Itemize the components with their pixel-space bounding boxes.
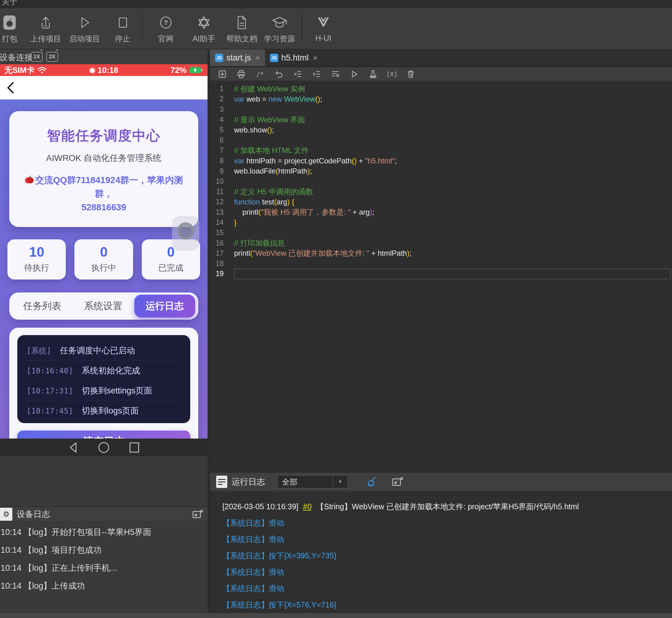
ai-assistant-button[interactable]: AI助手 [192, 14, 215, 44]
location-dot-icon: ◉ [89, 66, 95, 74]
run-log-sys-entries: 【系统日志】滑动【系统日志】滑动【系统日志】按下{X=395,Y=735}【系统… [222, 515, 672, 613]
app-log-row: [10:16:40]系统初始化完成 [26, 361, 181, 381]
device-panel: 设备连接 1X 2X 无SIM卡 ◉ 10:18 72% [0, 49, 208, 618]
package-button[interactable]: 打包 [2, 14, 17, 44]
menu-about[interactable]: 关于 [2, 0, 17, 7]
code-line[interactable]: 5web.show(); [210, 125, 672, 135]
bottom-scrollbar[interactable] [0, 613, 672, 618]
code-line[interactable]: 16// 打印加载信息 [210, 238, 672, 248]
code-line[interactable]: 10 [210, 176, 672, 187]
editor-tab-bar: JS start.js × JS h5.html × [210, 49, 672, 67]
test-flask-icon[interactable] [368, 69, 378, 79]
tab-run-logs[interactable]: 运行日志 [134, 295, 195, 317]
app-tab-bar: 任务列表 系统设置 运行日志 [9, 293, 198, 320]
undo-icon[interactable] [274, 69, 284, 79]
main-toolbar: 打包 上传项目 启动项目 停止 ? 官网 [0, 9, 672, 49]
hui-logo-icon [315, 14, 331, 31]
indent-icon[interactable] [312, 69, 322, 79]
app-subtitle: AIWROK 自动化任务管理系统 [17, 152, 190, 164]
panel-divider[interactable] [208, 49, 210, 618]
run-log-header: 运行日志 全部 ▼ [210, 472, 672, 491]
code-line[interactable]: 4// 显示 WebView 界面 [210, 115, 672, 125]
run-log-entry: 【系统日志】按下{X=395,Y=735} [222, 547, 672, 564]
run-project-button[interactable]: 启动项目 [69, 14, 100, 44]
stop-icon [115, 14, 130, 31]
nav-home-icon[interactable] [98, 441, 110, 454]
code-line[interactable]: 8var htmlPath = project.getCodePath() + … [210, 156, 672, 166]
clear-logs-button[interactable]: 清空日志 [17, 430, 190, 438]
device-log-entry: 10:14 【log】项目打包成功 [0, 541, 208, 559]
help-docs-button[interactable]: 帮助文档 [226, 14, 257, 44]
code-line[interactable]: 17printl("WebView 已创建并加载本地文件: " + htmlPa… [210, 248, 672, 259]
zoom-2x-button[interactable]: 2X [46, 52, 58, 62]
code-editor[interactable]: 1// 创建 WebView 实例2var web = new WebView(… [210, 81, 672, 472]
run-script-icon[interactable] [349, 69, 359, 79]
code-line[interactable]: 14} [210, 217, 672, 228]
clear-log-broom-icon[interactable] [365, 476, 377, 488]
variables-icon[interactable]: [X] [387, 69, 397, 79]
code-line[interactable]: 7// 加载本地 HTML 文件 [210, 145, 672, 156]
nav-back-icon[interactable] [67, 441, 79, 454]
code-line[interactable]: 1// 创建 WebView 实例 [210, 84, 672, 94]
run-log-expand-icon[interactable] [391, 477, 403, 487]
run-log-entry: 【系统日志】滑动 [222, 564, 672, 580]
code-line[interactable]: 9web.loadFile(htmlPath); [210, 166, 672, 176]
tab-system-settings[interactable]: 系统设置 [73, 293, 133, 320]
code-line[interactable]: 11// 定义 H5 中调用的函数 [210, 187, 672, 197]
close-tab-icon[interactable]: × [255, 53, 260, 63]
app-hero-card: 智能任务调度中心 AIWROK 自动化任务管理系统 交流QQ群711841924… [9, 111, 198, 227]
stop-button[interactable]: 停止 [115, 14, 130, 44]
phone-preview[interactable]: 无SIM卡 ◉ 10:18 72% 智能任务调度中心 AIWROK 自 [0, 64, 208, 456]
tab-task-list[interactable]: 任务列表 [12, 293, 73, 320]
device-log-header: ⚙ 设备日志 [0, 506, 208, 522]
battery-charging-icon [189, 67, 203, 74]
format-code-icon[interactable] [330, 69, 340, 79]
device-log-list[interactable]: 10:14 【log】开始打包项目--苹果H5界面10:14 【log】项目打包… [0, 523, 208, 595]
run-log-body[interactable]: [2026-03-05 10:16:39] #0 【String】WebView… [210, 491, 672, 613]
code-line[interactable]: 18 [210, 259, 672, 269]
js-file-icon: JS [215, 54, 223, 62]
close-tab-icon[interactable]: × [313, 53, 318, 63]
assistive-touch-button[interactable] [172, 216, 199, 251]
editor-panel: JS start.js × JS h5.html × /* [X] 1/ [210, 49, 672, 618]
sim-status: 无SIM卡 [4, 65, 34, 76]
stat-pending: 10 待执行 [7, 239, 66, 280]
code-line[interactable]: 12function test(arg) { [210, 197, 672, 207]
print-icon[interactable] [236, 69, 246, 79]
toolbar-separator [302, 14, 302, 43]
app-title: 智能任务调度中心 [17, 127, 190, 145]
menu-bar: 关于 [0, 0, 672, 9]
phone-app-body: 智能任务调度中心 AIWROK 自动化任务管理系统 交流QQ群711841924… [0, 99, 208, 438]
device-log-expand-icon[interactable] [192, 509, 203, 519]
website-button[interactable]: ? 官网 [158, 14, 174, 44]
code-line[interactable]: 15 [210, 228, 672, 238]
wifi-icon [37, 67, 47, 74]
stat-running: 0 执行中 [75, 239, 133, 280]
back-chevron-icon[interactable] [6, 81, 15, 95]
code-line[interactable]: 3 [210, 104, 672, 115]
code-line[interactable]: 19 [210, 269, 672, 279]
code-line[interactable]: 13 printl("我被 H5 调用了，参数是: " + arg); [210, 207, 672, 217]
app-log-card: [系统]任务调度中心已启动[10:16:40]系统初始化完成[10:17:31]… [9, 328, 198, 438]
hui-button[interactable]: H-UI [315, 14, 331, 42]
dropdown-arrow-icon[interactable]: ▼ [333, 475, 348, 488]
outdent-icon[interactable] [293, 69, 303, 79]
zoom-1x-button[interactable]: 1X [31, 52, 42, 62]
tab-h5html[interactable]: JS h5.html × [265, 49, 323, 66]
device-log-gear-icon[interactable]: ⚙ [0, 508, 12, 521]
code-line[interactable]: 6 [210, 135, 672, 145]
log-ref-link[interactable]: #0 [303, 502, 312, 511]
comment-icon[interactable]: /* [255, 69, 265, 79]
nav-recents-icon[interactable] [128, 441, 140, 454]
log-filter-select[interactable]: 全部 ▼ [277, 475, 348, 488]
device-log-entry: 10:14 【log】正在上传到手机... [0, 559, 208, 577]
app-log-row: [10:17:45]切换到logs页面 [26, 401, 181, 421]
clear-trash-icon[interactable] [406, 69, 416, 79]
tab-startjs[interactable]: JS start.js × [210, 49, 265, 66]
code-line[interactable]: 2var web = new WebView(); [210, 94, 672, 104]
new-file-icon[interactable] [217, 69, 227, 79]
battery-percent: 72% [171, 66, 187, 75]
learning-resources-button[interactable]: 学习资源 [264, 14, 295, 44]
android-nav-bar [0, 438, 208, 456]
upload-project-button[interactable]: 上传项目 [30, 14, 61, 44]
